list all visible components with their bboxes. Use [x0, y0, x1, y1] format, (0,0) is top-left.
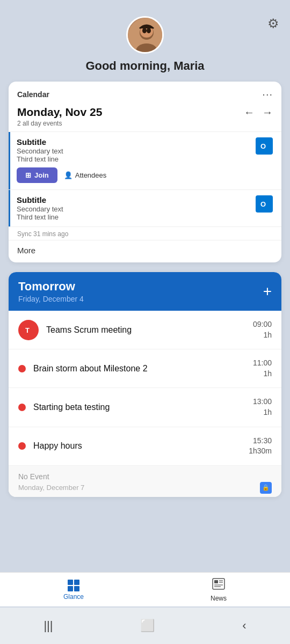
settings-icon[interactable]: ⚙ [267, 16, 279, 31]
event-dot-1 [18, 365, 26, 372]
home-button[interactable]: ⬜ [140, 619, 155, 633]
outlook-icon-1: O [256, 137, 273, 155]
news-icon [212, 578, 225, 593]
attendees-label: Attendees [75, 171, 107, 179]
calendar-date: Monday, Nov 25 [17, 106, 102, 119]
event1-actions: ⊞ Join 👤 Attendees [17, 167, 273, 183]
avatar [126, 16, 164, 54]
calendar-event-1: Subtitle Secondary text Third text line … [9, 132, 281, 189]
greeting-text: Good morning, Maria [85, 59, 204, 73]
calendar-title: Calendar [17, 90, 49, 99]
news-label: News [211, 595, 227, 602]
event2-content: Subtitle Secondary text Third text line [17, 195, 63, 221]
nav-item-news[interactable]: News [211, 578, 227, 602]
calendar-widget: Calendar ··· Monday, Nov 25 ← → 2 all da… [9, 82, 281, 262]
event2-third: Third text line [17, 213, 63, 221]
more-link[interactable]: More [9, 240, 281, 262]
header: ⚙ Good morning, Maria [0, 0, 290, 82]
schedule-item-3: Happy hours 15:30 1h30m [9, 427, 281, 466]
svg-rect-13 [214, 580, 218, 583]
svg-point-5 [147, 28, 151, 33]
event1-third: Third text line [17, 155, 63, 163]
calendar-event-2: Subtitle Secondary text Third text line … [9, 190, 281, 226]
all-day-events-text: 2 all day events [9, 120, 281, 131]
system-nav-bar: ||| ⬜ ‹ [0, 608, 290, 644]
svg-rect-12 [213, 579, 224, 589]
sync-text: Sync 31 mins ago [9, 227, 281, 240]
calendar-nav-arrows: ← → [244, 106, 273, 119]
attendees-icon: 👤 [64, 171, 73, 179]
teams-icon: T [18, 320, 39, 340]
join-icon: ⊞ [25, 171, 31, 179]
no-event-date-text: Monday, December 7 [18, 484, 84, 492]
schedule-item-1: Brain storm about Milestone 2 11:00 1h [9, 349, 281, 388]
event-time-0: 09:00 1h [253, 319, 272, 340]
prev-arrow[interactable]: ← [244, 106, 255, 119]
event-dot-2 [18, 404, 26, 411]
outlook-icon-2: O [256, 195, 273, 213]
tomorrow-date: Friday, December 4 [18, 295, 84, 303]
lock-icon: 🔒 [260, 482, 272, 494]
tomorrow-header-text: Tomorrow Friday, December 4 [18, 280, 84, 303]
event-dot-3 [18, 442, 26, 450]
event1-content: Subtitle Secondary text Third text line [17, 137, 63, 163]
back-button[interactable]: ‹ [242, 619, 246, 633]
no-event-row: No Event Monday, December 7 🔒 [9, 466, 281, 497]
recents-button[interactable]: ||| [44, 619, 53, 633]
svg-text:O: O [260, 142, 266, 150]
event-name-2: Starting beta testing [33, 402, 253, 412]
schedule-item-0: T Teams Scrum meeting 09:00 1h [9, 311, 281, 349]
join-label: Join [34, 171, 49, 179]
bottom-nav: Glance News [0, 572, 290, 606]
glance-icon [68, 580, 79, 591]
glance-label: Glance [63, 593, 84, 601]
no-event-date: Monday, December 7 🔒 [18, 482, 272, 494]
tomorrow-widget: Tomorrow Friday, December 4 + T Teams Sc… [9, 272, 281, 497]
calendar-more-button[interactable]: ··· [262, 88, 273, 100]
event1-secondary: Secondary text [17, 147, 63, 155]
event1-subtitle: Subtitle [17, 137, 63, 147]
no-event-label: No Event [18, 472, 272, 481]
event-time-1: 11:00 1h [253, 358, 272, 379]
event2-secondary: Secondary text [17, 205, 63, 213]
next-arrow[interactable]: → [262, 106, 273, 119]
attendees-button[interactable]: 👤 Attendees [64, 167, 107, 183]
schedule-item-2: Starting beta testing 13:00 1h [9, 388, 281, 427]
svg-text:T: T [25, 326, 30, 334]
tomorrow-header: Tomorrow Friday, December 4 + [9, 272, 281, 311]
event-name-1: Brain storm about Milestone 2 [33, 364, 253, 374]
tomorrow-title: Tomorrow [18, 280, 84, 294]
svg-point-4 [142, 28, 147, 33]
widget-header: Calendar ··· [9, 82, 281, 103]
join-button[interactable]: ⊞ Join [17, 167, 57, 183]
event2-subtitle: Subtitle [17, 195, 63, 204]
event-name-0: Teams Scrum meeting [46, 325, 253, 335]
event-time-3: 15:30 1h30m [249, 436, 272, 457]
event-time-2: 13:00 1h [253, 397, 272, 418]
svg-text:O: O [260, 200, 266, 208]
event-name-3: Happy hours [33, 441, 249, 451]
calendar-date-row: Monday, Nov 25 ← → [9, 103, 281, 120]
add-event-button[interactable]: + [263, 283, 272, 300]
nav-item-glance[interactable]: Glance [63, 580, 84, 601]
